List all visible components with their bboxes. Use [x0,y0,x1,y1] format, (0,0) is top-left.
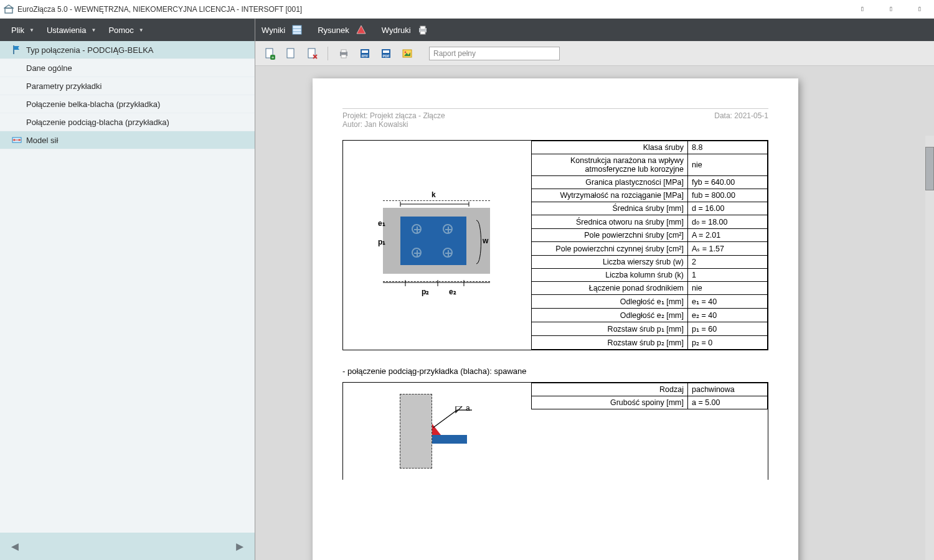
tab-rysunek[interactable]: Rysunek [318,24,367,35]
svg-marker-37 [456,406,462,413]
scrollbar-thumb[interactable] [925,147,934,190]
svg-rect-28 [383,50,389,53]
table-row: Rodzajpachwinowa [532,383,768,396]
table-row: Konstrukcja narażona na wpływy atmosfery… [532,154,768,176]
svg-rect-13 [420,31,425,34]
report-author: Autor: Jan Kowalski [342,120,445,129]
block-bolts: k w e₁ p₁ p₂ e₂ [342,140,768,350]
block-weld: a RodzajpachwinowaGrubość spoiny [mm]a =… [342,382,768,480]
table-row: Średnica otworu na śruby [mm]d₀ = 18.00 [532,215,768,229]
delete-doc-button[interactable] [305,47,319,60]
scrollbar-track[interactable] [925,136,934,560]
nav-prev-button[interactable]: ◄ [9,539,21,554]
new-doc-button[interactable]: + [263,47,276,60]
svg-text:+: + [271,54,275,60]
drawing-icon [356,24,367,35]
table-row: Liczba kolumn śrub (k)1 [532,269,768,282]
table-row: Odległość e₂ [mm]e₂ = 40 [532,309,768,322]
weld-diagram: a [375,388,499,475]
tab-wyniki[interactable]: Wyniki [262,24,303,35]
menu-ustawienia[interactable]: Ustawienia▼ [40,19,103,41]
toolbar-top: Wyniki Rysunek Wydruki [255,19,934,41]
table-row: Liczba wierszy śrub (w)2 [532,256,768,269]
table-row: Łączenie ponad środnikiemnie [532,282,768,295]
svg-marker-1 [4,5,13,8]
right-panel: Wyniki Rysunek Wydruki + RTF PDF Raport … [255,19,934,560]
save-pdf-button[interactable]: PDF [379,47,393,60]
tree-item-model-sil[interactable]: Model sił [0,131,255,149]
tree-item-polaczenie-podciag[interactable]: Połączenie podciąg-blacha (przykładka) [0,113,255,131]
report-project: Projekt: Projekt złącza - Złącze [342,111,445,120]
svg-line-35 [433,410,457,427]
table-row: Średnica śruby [mm]d = 16.00 [532,202,768,215]
results-icon [291,24,303,35]
svg-rect-22 [341,50,346,52]
tree-header[interactable]: Typ połączenia - PODCIĄG-BELKA [0,41,255,59]
toolbar-doc: + RTF PDF Raport pełny [255,41,934,66]
titlebar: EuroZłącza 5.0 - WEWNĘTRZNA, NIEKOMERCYJ… [0,0,934,19]
report-type-input[interactable]: Raport pełny [429,47,560,60]
app-icon [4,4,14,14]
close-button[interactable]:  [905,0,934,19]
print-button[interactable] [337,47,351,60]
table-row: Rozstaw śrub p₂ [mm]p₂ = 0 [532,336,768,350]
print-icon [417,24,428,35]
flag-icon [11,44,22,55]
nav-bottom: ◄ ► [0,533,255,560]
table-row: Pole powierzchni śruby [cm²]A = 2.01 [532,229,768,242]
svg-point-32 [405,51,407,53]
svg-marker-10 [357,26,366,34]
svg-rect-0 [5,8,12,13]
tree-item-polaczenie-belka[interactable]: Połączenie belka-blacha (przykładka) [0,95,255,113]
menubar: Plik▼ Ustawienia▼ Pomoc▼ [0,19,255,41]
svg-rect-7 [293,26,301,34]
svg-point-5 [14,139,16,141]
open-doc-button[interactable] [284,47,298,60]
table-row: Klasa śruby8.8 [532,141,768,154]
table-row: Granica plastyczności [MPa]fyb = 640.00 [532,176,768,189]
table-row: Rozstaw śrub p₁ [mm]p₁ = 60 [532,322,768,336]
left-panel: Plik▼ Ustawienia▼ Pomoc▼ Typ połączenia … [0,19,255,560]
svg-rect-23 [341,55,346,58]
svg-rect-25 [362,50,368,53]
table-row: Wytrzymałość na rozciąganie [MPa]fub = 8… [532,189,768,202]
menu-pomoc[interactable]: Pomoc▼ [102,19,149,41]
svg-rect-12 [420,26,425,29]
table-row: Pole powierzchni czynnej śruby [cm²]Aₛ =… [532,242,768,256]
tree-item-parametry[interactable]: Parametry przykładki [0,77,255,95]
nav-tree: Typ połączenia - PODCIĄG-BELKA Dane ogól… [0,41,255,533]
nav-next-button[interactable]: ► [234,539,246,554]
save-rtf-button[interactable]: RTF [358,47,372,60]
weld-params-table: RodzajpachwinowaGrubość spoiny [mm]a = 5… [531,383,768,409]
tree-item-dane[interactable]: Dane ogólne [0,59,255,77]
model-icon [11,134,22,146]
table-row: Grubość spoiny [mm]a = 5.00 [532,396,768,409]
page-area[interactable]: Projekt: Projekt złącza - Złącze Autor: … [255,66,934,560]
menu-plik[interactable]: Plik▼ [5,19,40,41]
minimize-button[interactable]:  [848,0,877,19]
svg-text:PDF: PDF [383,54,390,58]
svg-text:RTF: RTF [362,54,369,58]
bolt-params-table: Klasa śruby8.8Konstrukcja narażona na wp… [531,141,768,350]
report-date: Data: 2021-05-1 [714,111,768,129]
bolt-diagram: k w e₁ p₁ p₂ e₂ [366,189,509,301]
report-page: Projekt: Projekt złącza - Złącze Autor: … [313,78,798,560]
section-2-title: - połączenie podciąg-przykładka (blacha)… [342,366,768,376]
tab-wydruki[interactable]: Wydruki [382,24,428,35]
window-title: EuroZłącza 5.0 - WEWNĘTRZNA, NIEKOMERCYJ… [17,5,302,14]
svg-rect-17 [287,49,294,58]
maximize-button[interactable]:  [877,0,905,19]
image-button[interactable] [400,47,414,60]
table-row: Odległość e₁ [mm]e₁ = 40 [532,295,768,309]
svg-point-6 [19,139,21,141]
